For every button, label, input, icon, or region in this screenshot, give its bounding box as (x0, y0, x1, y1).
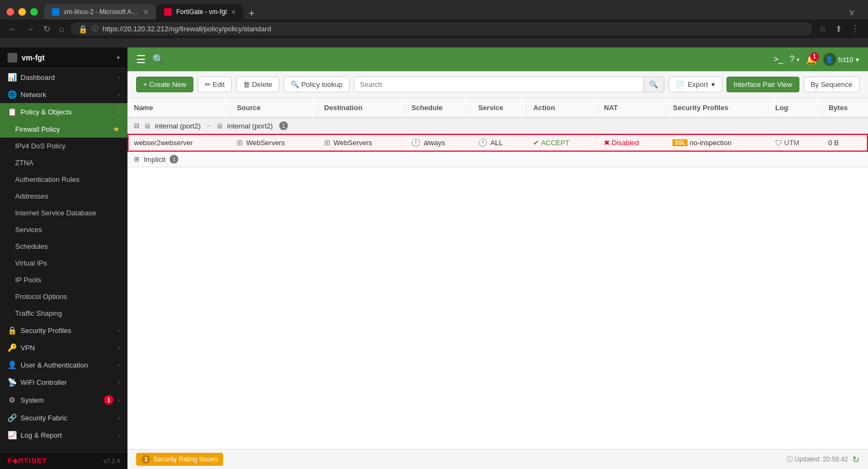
sidebar-item-log-report[interactable]: 📈 Log & Report › (0, 426, 127, 444)
help-button[interactable]: ? ▾ (790, 55, 799, 64)
new-tab-button[interactable]: + (244, 8, 259, 19)
sidebar-item-traffic-shaping[interactable]: Traffic Shaping (0, 305, 127, 322)
refresh-button[interactable]: ↻ (852, 454, 859, 465)
system-icon: ⚙ (8, 396, 16, 404)
forti-tab-close[interactable]: × (231, 8, 235, 16)
refresh-button[interactable]: ↻ (41, 22, 52, 36)
issues-count-badge: 3 (142, 455, 150, 464)
device-chevron[interactable]: ▾ (117, 54, 120, 62)
col-service: Service (472, 98, 527, 118)
back-button[interactable]: ← (6, 22, 19, 36)
group-to-label: internal (port2) (227, 122, 273, 130)
user-menu[interactable]: 👤 fct10 ▾ (823, 53, 859, 66)
export-button[interactable]: 📄 Export ▾ (669, 77, 722, 92)
row-name-text: webser2webserver (134, 139, 193, 147)
implicit-row[interactable]: ⊞ Implicit 1 (127, 152, 868, 167)
source-icon: ⊞ (237, 138, 243, 147)
col-bytes: Bytes (822, 98, 868, 118)
sidebar-item-virtual-ips[interactable]: Virtual IPs (0, 255, 127, 271)
browser-window-chevron[interactable]: ∨ (849, 7, 855, 17)
sidebar-item-firewall-policy[interactable]: Firewall Policy ★ (0, 120, 127, 138)
sidebar-item-services[interactable]: Services (0, 221, 127, 238)
sidebar-item-protocol-options[interactable]: Protocol Options (0, 288, 127, 305)
sidebar-item-addresses[interactable]: Addresses (0, 188, 127, 205)
utm-icon: 🛡 (775, 139, 782, 147)
sidebar-item-wifi-controller[interactable]: 📡 WiFi Controller › (0, 373, 127, 391)
traffic-light-close[interactable] (6, 8, 14, 16)
address-bar[interactable]: 🔒 ⓘ https://20.120.32.212/ng/firewall/po… (71, 22, 812, 36)
security-rating-issues-button[interactable]: 3 Security Rating Issues (136, 453, 223, 466)
traffic-light-minimize[interactable] (18, 8, 26, 16)
vpn-icon: 🔑 (8, 343, 16, 352)
group-count-badge: 1 (279, 121, 288, 130)
terminal-button[interactable]: >_ (773, 55, 783, 64)
row-action: ✔ ACCEPT (527, 134, 597, 152)
home-button[interactable]: ⌂ (57, 22, 66, 36)
sidebar-label-addresses: Addresses (15, 192, 120, 200)
sidebar-item-ipv4-dos[interactable]: IPv4 DoS Policy (0, 138, 127, 154)
sidebar-item-security-profiles[interactable]: 🔒 Security Profiles › (0, 322, 127, 339)
sidebar-item-network[interactable]: 🌐 Network › (0, 86, 127, 103)
sidebar-item-auth-rules[interactable]: Authentication Rules (0, 171, 127, 188)
azure-tab-close[interactable]: × (144, 8, 148, 16)
row-source: ⊞ WebServers (230, 134, 318, 152)
azure-tab-icon (52, 8, 59, 16)
sidebar-item-system[interactable]: ⚙ System 1 › (0, 391, 127, 409)
col-action: Action (527, 98, 597, 118)
by-sequence-button[interactable]: By Sequence (804, 77, 859, 92)
sidebar-label-auth-rules: Authentication Rules (15, 175, 120, 183)
topbar-search-button[interactable]: 🔍 (152, 53, 164, 65)
sidebar-device[interactable]: vm-fgt (8, 53, 45, 63)
table-row[interactable]: webser2webserver ⊞ WebServers ⊞ WebServ (127, 134, 868, 152)
sidebar-item-vpn[interactable]: 🔑 VPN › (0, 339, 127, 356)
user-avatar: 👤 (823, 53, 836, 66)
sidebar-item-ip-pools[interactable]: IP Pools (0, 271, 127, 288)
row-service: 🕐 ALL (472, 134, 527, 152)
azure-tab-label: vm-linux-2 - Microsoft Azure (64, 8, 139, 16)
browser-tab-forti[interactable]: FortiGate - vm-fgt × (157, 4, 243, 19)
updated-text: Updated: 20:56:42 (795, 456, 848, 463)
browser-tabs: vm-linux-2 - Microsoft Azure × FortiGate… (44, 4, 849, 19)
row-security-profiles-text: no-inspection (690, 139, 731, 147)
edit-button[interactable]: ✏ Edit (198, 77, 232, 92)
policy-lookup-button[interactable]: 🔍 Policy lookup (284, 77, 349, 92)
group-toggle-icon[interactable]: ⊟ (134, 122, 139, 130)
search-input[interactable] (354, 77, 643, 92)
group-row[interactable]: ⊟ 🖥 internal (port2) → 🖥 internal (port2… (127, 118, 868, 134)
delete-button[interactable]: 🗑 Delete (236, 77, 279, 92)
interface-pair-button[interactable]: Interface Pair View (726, 77, 799, 92)
row-destination: ⊞ WebServers (318, 134, 405, 152)
sidebar-item-user-auth[interactable]: 👤 User & Authentication › (0, 356, 127, 373)
implicit-badge: 1 (170, 155, 178, 164)
sidebar-item-policy-objects[interactable]: 📋 Policy & Objects ∨ (0, 103, 127, 120)
log-report-chevron: › (118, 432, 120, 438)
forward-button[interactable]: → (24, 22, 37, 36)
sidebar-label-security-profiles: Security Profiles (21, 327, 113, 335)
search-submit-button[interactable]: 🔍 (643, 77, 664, 92)
sidebar-item-ztna[interactable]: ZTNA (0, 154, 127, 171)
notification-area[interactable]: 🔔 1 (806, 55, 817, 65)
browser-tab-azure[interactable]: vm-linux-2 - Microsoft Azure × (44, 4, 156, 19)
sidebar-item-schedules[interactable]: Schedules (0, 238, 127, 255)
create-new-button[interactable]: + Create New (136, 77, 193, 92)
traffic-lights (6, 8, 38, 16)
sidebar-item-dashboard[interactable]: 📊 Dashboard › (0, 69, 127, 86)
notification-badge: 1 (810, 52, 819, 61)
implicit-toggle-icon[interactable]: ⊞ (134, 155, 139, 163)
row-name: webser2webserver (127, 134, 230, 152)
bookmark-button[interactable]: ☆ (817, 22, 829, 36)
browser-chrome: vm-linux-2 - Microsoft Azure × FortiGate… (0, 0, 868, 47)
share-button[interactable]: ⬆ (833, 22, 844, 36)
user-auth-chevron: › (118, 362, 120, 368)
col-source: Source (230, 98, 318, 118)
service-icon: 🕐 (478, 138, 487, 147)
menu-button[interactable]: ☰ (136, 53, 146, 66)
extensions-button[interactable]: ⋮ (849, 22, 862, 36)
sidebar-item-security-fabric[interactable]: 🔗 Security Fabric › (0, 409, 127, 426)
row-source-text: WebServers (246, 139, 285, 147)
sidebar-item-internet-service-db[interactable]: Internet Service Database (0, 205, 127, 221)
sidebar-label-wifi-controller: WiFi Controller (21, 378, 113, 386)
network-chevron: › (118, 91, 120, 98)
traffic-light-maximize[interactable] (30, 8, 38, 16)
row-schedule: 🕐 always (405, 134, 472, 152)
